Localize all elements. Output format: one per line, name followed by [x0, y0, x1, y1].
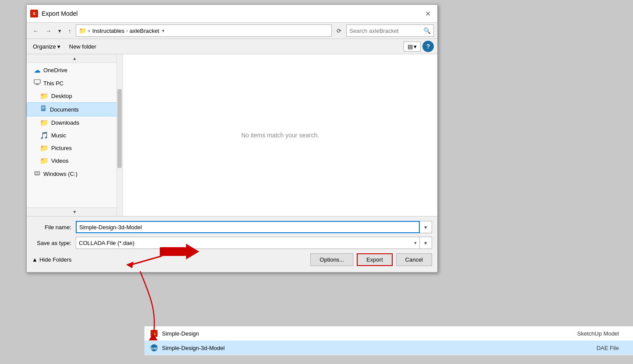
sidebar-item-pictures[interactable]: 📁 Pictures [27, 142, 123, 154]
close-button[interactable]: ✕ [422, 7, 434, 20]
breadcrumb-arrow1: › [126, 28, 128, 33]
sidebar-label-onedrive: OneDrive [43, 67, 67, 74]
savetype-dropdown[interactable]: COLLADA File (*.dae) ▾ [76, 237, 420, 249]
view-button[interactable]: ▤ ▾ [404, 42, 421, 52]
desktop-icon: 📁 [40, 92, 49, 100]
file-icon-sketchup: S [150, 329, 158, 338]
forward-button[interactable]: → [43, 26, 54, 36]
windows-icon [34, 169, 41, 178]
title-bar: S Export Model ✕ [27, 5, 437, 23]
sidebar-item-windows[interactable]: Windows (C:) [27, 167, 123, 180]
documents-icon [40, 105, 47, 114]
sidebar-item-downloads[interactable]: 📁 Downloads [27, 116, 123, 129]
thispc-icon [34, 79, 41, 88]
organize-arrow: ▾ [57, 43, 60, 50]
refresh-button[interactable]: ⟳ [334, 26, 345, 36]
filename-simple-design-3d: Simple-Design-3d-Model [162, 345, 537, 351]
table-row-selected[interactable]: DAE Simple-Design-3d-Model DAE File [144, 341, 633, 355]
svg-rect-5 [41, 105, 46, 111]
breadcrumb-bar: 📁 « Instructables › axleBracket ▾ [76, 24, 332, 37]
up-button[interactable]: ↑ [66, 26, 74, 36]
hide-folders-icon: ▲ [32, 256, 38, 263]
title-bar-left: S Export Model [30, 10, 77, 18]
search-button[interactable]: 🔍 [423, 27, 431, 34]
main-content: ▲ ☁ OneDrive This PC [27, 54, 437, 216]
sidebar-scroll-up[interactable]: ▲ [27, 54, 123, 63]
cancel-button[interactable]: Cancel [396, 253, 432, 266]
view-icon: ▤ [408, 43, 413, 50]
search-input[interactable] [349, 28, 422, 34]
scrollbar-thumb[interactable] [117, 89, 122, 168]
export-button[interactable]: Export [357, 253, 393, 266]
toolbar2-left: Organize ▾ New folder [30, 42, 99, 51]
svg-rect-6 [42, 107, 45, 107]
savetype-dropdown-button[interactable]: ▾ [420, 237, 432, 249]
sidebar-label-pictures: Pictures [51, 145, 72, 151]
savetype-row: Save as type: COLLADA File (*.dae) ▾ ▾ [32, 237, 432, 249]
sidebar-item-music[interactable]: 🎵 Music [27, 129, 123, 142]
toolbar2-right: ▤ ▾ ? [404, 41, 434, 52]
back-button[interactable]: ← [30, 26, 41, 36]
sidebar-item-documents[interactable]: Documents [27, 102, 123, 116]
downloads-icon: 📁 [40, 119, 49, 127]
dialog-title: Export Model [42, 10, 77, 17]
sidebar-item-desktop[interactable]: 📁 Desktop [27, 90, 123, 102]
search-box: 🔍 [346, 24, 434, 37]
sidebar-label-windows: Windows (C:) [43, 171, 77, 177]
filename-row: File name: ▾ [32, 221, 432, 233]
filename-label: File name: [32, 224, 76, 231]
organize-button[interactable]: Organize ▾ [30, 42, 63, 51]
new-folder-button[interactable]: New folder [67, 42, 99, 51]
filetype-simple-design: SketchUp Model [540, 330, 628, 337]
sidebar-label-documents: Documents [50, 106, 79, 113]
command-toolbar: Organize ▾ New folder ▤ ▾ ? [27, 39, 437, 54]
help-button[interactable]: ? [422, 41, 434, 52]
hide-folders-button[interactable]: ▲ Hide Folders [32, 256, 72, 263]
pictures-icon: 📁 [40, 144, 49, 152]
breadcrumb-separator0: « [88, 28, 91, 33]
navigation-toolbar: ← → ▾ ↑ 📁 « Instructables › axleBracket … [27, 23, 437, 39]
svg-text:S: S [153, 332, 155, 336]
sidebar-label-downloads: Downloads [51, 119, 79, 126]
app-icon: S [30, 10, 38, 18]
music-icon: 🎵 [40, 131, 49, 140]
file-area: No items match your search. [123, 54, 437, 216]
svg-rect-7 [42, 108, 45, 108]
breadcrumb-instructables[interactable]: Instructables [92, 28, 125, 34]
savetype-label: Save as type: [32, 240, 76, 246]
file-icon-dae: DAE [150, 343, 158, 352]
dropdown-nav-button[interactable]: ▾ [56, 26, 64, 36]
empty-message: No items match your search. [241, 132, 319, 139]
sidebar-scroll-down[interactable]: ▼ [27, 207, 123, 216]
breadcrumb-axlebracket[interactable]: axleBracket [130, 28, 159, 34]
breadcrumb-dropdown-button[interactable]: ▾ [161, 28, 165, 34]
sidebar-scrollbar[interactable] [116, 54, 123, 216]
hide-folders-label: Hide Folders [39, 256, 72, 263]
svg-rect-2 [34, 80, 40, 84]
filename-dropdown-button[interactable]: ▾ [420, 221, 432, 233]
svg-rect-4 [35, 84, 39, 85]
sidebar-item-videos[interactable]: 📁 Videos [27, 154, 123, 167]
svg-rect-11 [35, 172, 40, 173]
organize-label: Organize [33, 43, 56, 50]
sidebar-list: ☁ OneDrive This PC 📁 Desktop [27, 54, 123, 190]
svg-text:DAE: DAE [151, 347, 158, 350]
onedrive-icon: ☁ [34, 66, 41, 74]
table-row[interactable]: S Simple-Design SketchUp Model [144, 326, 633, 341]
options-button[interactable]: Options... [310, 253, 353, 266]
sidebar-label-music: Music [51, 132, 66, 139]
filename-simple-design: Simple-Design [162, 330, 537, 337]
videos-icon: 📁 [40, 157, 49, 165]
sidebar-label-thispc: This PC [43, 80, 63, 87]
savetype-value: COLLADA File (*.dae) [79, 240, 134, 246]
bottom-table: S Simple-Design SketchUp Model DAE Simpl… [144, 326, 633, 355]
bottom-section: File name: ▾ Save as type: COLLADA File … [27, 216, 437, 272]
svg-text:S: S [33, 11, 35, 16]
filename-input[interactable] [76, 221, 420, 233]
button-row: ▲ Hide Folders Options... Export Cancel [32, 253, 432, 268]
view-arrow: ▾ [414, 43, 417, 50]
sidebar-item-thispc[interactable]: This PC [27, 77, 123, 90]
sidebar-label-videos: Videos [51, 158, 69, 164]
sidebar-item-onedrive[interactable]: ☁ OneDrive [27, 64, 123, 77]
svg-rect-8 [42, 108, 44, 109]
